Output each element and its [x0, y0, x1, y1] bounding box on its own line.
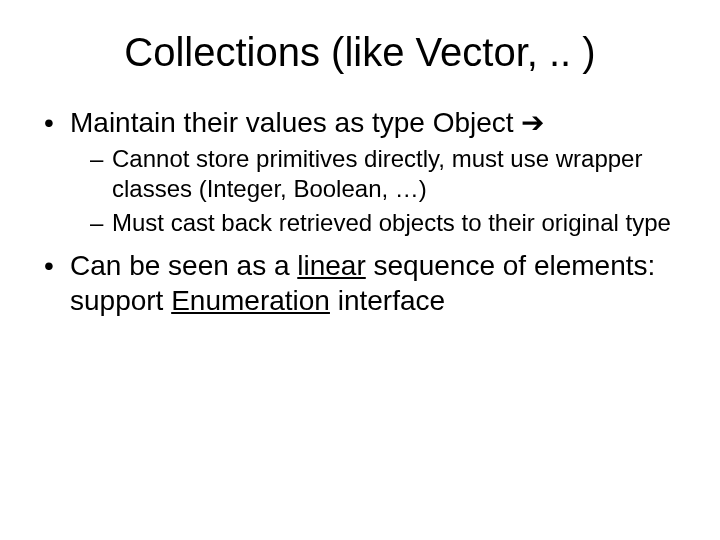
bullet-1: Maintain their values as type Object ➔ C…	[40, 105, 680, 238]
bullet-2: Can be seen as a linear sequence of elem…	[40, 248, 680, 318]
bullet-2-text-1: Can be seen as a	[70, 250, 297, 281]
bullet-1-text: Maintain their values as type Object	[70, 107, 521, 138]
underline-linear: linear	[297, 250, 365, 281]
underline-enumeration: Enumeration	[171, 285, 330, 316]
slide-title: Collections (like Vector, .. )	[40, 30, 680, 75]
slide: Collections (like Vector, .. ) Maintain …	[0, 0, 720, 540]
arrow-icon: ➔	[521, 107, 544, 138]
bullet-list: Maintain their values as type Object ➔ C…	[40, 105, 680, 318]
sub-bullet-1-1: Cannot store primitives directly, must u…	[90, 144, 680, 204]
sub-bullet-1-2: Must cast back retrieved objects to thei…	[90, 208, 680, 238]
bullet-2-text-3: interface	[330, 285, 445, 316]
sub-bullet-list-1: Cannot store primitives directly, must u…	[70, 144, 680, 238]
